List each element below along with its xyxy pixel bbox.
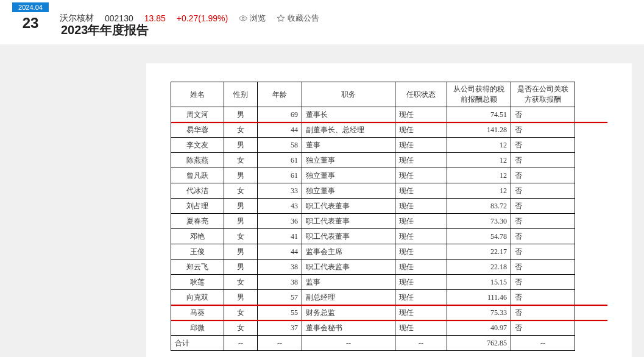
table-cell: 现任 (395, 122, 447, 138)
table-row: 易华蓉女44副董事长、总经理现任141.28否 (171, 122, 607, 138)
table-cell: 22.17 (447, 244, 511, 260)
table-cell: 12 (447, 183, 511, 199)
table-cell: 37 (258, 320, 302, 336)
th-related: 是否在公司关联方获取报酬 (511, 82, 575, 107)
table-cell: 耿莲 (171, 275, 224, 290)
table-cell: 邱微 (171, 320, 224, 336)
table-row: 周文河男69董事长现任74.51否 (171, 107, 607, 122)
table-cell: 否 (511, 244, 575, 260)
table-cell: 55 (258, 305, 302, 320)
table-cell: 58 (258, 138, 302, 153)
table-total-row: 合计--------762.85-- (171, 336, 607, 351)
table-cell: 12 (447, 138, 511, 153)
table-cell: 57 (258, 290, 302, 305)
table-row: 耿莲女38监事现任15.15否 (171, 275, 607, 290)
table-cell: 郑云飞 (171, 260, 224, 275)
table-header-row: 姓名 性别 年龄 职务 任职状态 从公司获得的税前报酬总额 是否在公司关联方获取… (171, 82, 607, 107)
table-cell: 现任 (395, 229, 447, 244)
table-row: 夏春亮男36职工代表董事现任73.30否 (171, 214, 607, 229)
table-cell: 刘占理 (171, 199, 224, 214)
th-age: 年龄 (258, 82, 302, 107)
table-cell: 男 (224, 168, 258, 183)
table-cell: 女 (224, 320, 258, 336)
compensation-table: 姓名 性别 年龄 职务 任职状态 从公司获得的税前报酬总额 是否在公司关联方获取… (171, 82, 607, 351)
table-cell: 否 (511, 183, 575, 199)
browse-label: 浏览 (250, 13, 266, 24)
table-cell: 副总经理 (302, 290, 395, 305)
table-cell: 易华蓉 (171, 122, 224, 138)
table-cell: -- (224, 336, 258, 351)
table-cell: 现任 (395, 138, 447, 153)
table-cell: 否 (511, 275, 575, 290)
stock-change: +0.27(1.99%) (177, 13, 228, 23)
table-cell: 夏春亮 (171, 214, 224, 229)
table-cell: 41 (258, 229, 302, 244)
table-cell: 女 (224, 275, 258, 290)
th-name: 姓名 (171, 82, 224, 107)
table-cell: 否 (511, 290, 575, 305)
table-cell: 73.30 (447, 214, 511, 229)
table-cell: 40.97 (447, 320, 511, 336)
favorite-label: 收藏公告 (288, 13, 319, 24)
table-cell: 马葵 (171, 305, 224, 320)
favorite-button[interactable]: 收藏公告 (277, 13, 319, 24)
table-cell: 43 (258, 199, 302, 214)
table-cell: 向克双 (171, 290, 224, 305)
table-cell: 现任 (395, 183, 447, 199)
table-cell: 男 (224, 290, 258, 305)
table-cell: 否 (511, 260, 575, 275)
table-cell: 男 (224, 107, 258, 122)
table-cell: 男 (224, 138, 258, 153)
content-area: 姓名 性别 年龄 职务 任职状态 从公司获得的税前报酬总额 是否在公司关联方获取… (146, 63, 632, 357)
table-cell: 陈燕燕 (171, 153, 224, 168)
table-row: 邓艳女41职工代表董事现任54.78否 (171, 229, 607, 244)
table-row: 向克双男57副总经理现任111.46否 (171, 290, 607, 305)
browse-button[interactable]: 浏览 (239, 13, 266, 24)
table-cell: 独立董事 (302, 183, 395, 199)
table-cell: 现任 (395, 214, 447, 229)
table-cell: 现任 (395, 275, 447, 290)
table-cell: 邓艳 (171, 229, 224, 244)
table-cell: 否 (511, 229, 575, 244)
date-block: 2024.04 23 (12, 2, 49, 34)
table-cell: 现任 (395, 290, 447, 305)
table-row: 郑云飞男38职工代表监事现任22.18否 (171, 260, 607, 275)
table-cell: 38 (258, 260, 302, 275)
star-icon (277, 14, 285, 23)
table-cell: 男 (224, 199, 258, 214)
th-pay: 从公司获得的税前报酬总额 (447, 82, 511, 107)
table-cell: 男 (224, 214, 258, 229)
table-cell: 女 (224, 305, 258, 320)
table-cell: 否 (511, 320, 575, 336)
table-cell: 男 (224, 260, 258, 275)
table-cell: 女 (224, 122, 258, 138)
table-row: 代冰洁女33独立董事现任12否 (171, 183, 607, 199)
table-cell: 12 (447, 153, 511, 168)
table-cell: 38 (258, 275, 302, 290)
date-day: 23 (12, 12, 49, 34)
table-cell: 69 (258, 107, 302, 122)
table-cell: 现任 (395, 168, 447, 183)
table-body: 周文河男69董事长现任74.51否易华蓉女44副董事长、总经理现任141.28否… (171, 107, 607, 351)
table-cell: 现任 (395, 244, 447, 260)
table-cell: 54.78 (447, 229, 511, 244)
table-cell: 独立董事 (302, 153, 395, 168)
svg-point-0 (242, 17, 244, 19)
table-row: 刘占理男43职工代表董事现任83.72否 (171, 199, 607, 214)
table-row: 李文友男58董事现任12否 (171, 138, 607, 153)
eye-icon (239, 14, 247, 23)
table-cell: 现任 (395, 260, 447, 275)
table-cell: 83.72 (447, 199, 511, 214)
table-cell: 合计 (171, 336, 224, 351)
table-cell: 职工代表董事 (302, 199, 395, 214)
table-cell: 12 (447, 168, 511, 183)
table-cell: 否 (511, 153, 575, 168)
table-cell: 女 (224, 183, 258, 199)
table-cell: 否 (511, 168, 575, 183)
table-cell: -- (511, 336, 575, 351)
date-year-month: 2024.04 (12, 2, 49, 12)
table-cell: 22.18 (447, 260, 511, 275)
table-cell: 职工代表董事 (302, 229, 395, 244)
th-position: 职务 (302, 82, 395, 107)
table-cell: 周文河 (171, 107, 224, 122)
